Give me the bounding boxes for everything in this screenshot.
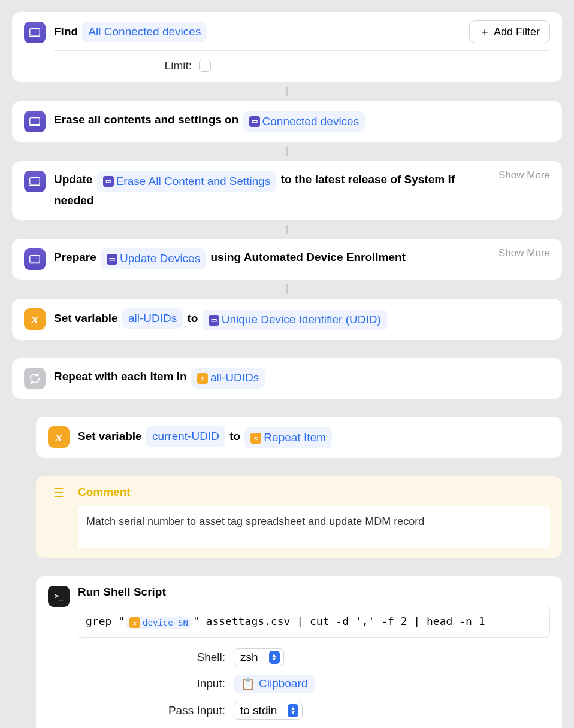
- shell-label: Shell:: [78, 651, 234, 664]
- action-erase[interactable]: Erase all contents and settings on ▭ Con…: [12, 101, 562, 142]
- device-icon: [28, 253, 41, 266]
- mini-variable-icon: x: [129, 617, 140, 628]
- input-token[interactable]: 📋 Clipboard: [234, 675, 315, 693]
- update-suffix1: to the latest release of: [281, 173, 401, 186]
- variable-icon: x: [48, 426, 70, 448]
- setvar-value[interactable]: x Repeat Item: [244, 427, 332, 448]
- limit-checkbox[interactable]: [199, 60, 211, 72]
- repeat-icon: [24, 368, 46, 389]
- update-verb: Update: [54, 173, 92, 186]
- action-prepare[interactable]: Prepare ▭ Update Devices using Automated…: [12, 239, 562, 280]
- variable-icon: x: [24, 308, 46, 330]
- plus-icon: ＋: [479, 25, 490, 39]
- shell-script-input[interactable]: grep "xdevice-SN" assettags.csv | cut -d…: [78, 606, 550, 638]
- svg-rect-2: [30, 118, 40, 125]
- add-filter-button[interactable]: ＋ Add Filter: [469, 20, 550, 43]
- script-token[interactable]: xdevice-SN: [126, 617, 192, 629]
- action-set-variable-all-udids[interactable]: x Set variable all-UDIDs to ▭ Unique Dev…: [12, 299, 562, 340]
- mini-variable-icon: x: [250, 433, 261, 444]
- shell-select[interactable]: zsh ▲▼: [234, 648, 284, 666]
- device-icon: [28, 115, 41, 128]
- configurator-icon: [24, 22, 46, 43]
- device-icon: [28, 175, 41, 188]
- setvar-name[interactable]: all-UDIDs: [122, 308, 183, 329]
- show-more-button[interactable]: Show More: [499, 169, 550, 181]
- action-find[interactable]: Find All Connected devices Limit: ＋ Add …: [12, 12, 562, 82]
- connector: [286, 147, 288, 156]
- device-icon: [28, 26, 41, 39]
- show-more-button[interactable]: Show More: [499, 247, 550, 259]
- erase-token[interactable]: ▭ Connected devices: [243, 111, 365, 132]
- stepper-icon: ▲▼: [288, 704, 298, 717]
- mini-device-icon: ▭: [103, 176, 114, 187]
- update-token[interactable]: ▭ Erase All Content and Settings: [97, 171, 277, 192]
- svg-rect-4: [30, 178, 40, 184]
- svg-rect-6: [30, 255, 40, 262]
- erase-prefix: Erase all contents and settings on: [54, 113, 238, 126]
- pass-input-label: Pass Input:: [78, 704, 234, 717]
- setvar-value[interactable]: ▭ Unique Device Identifier (UDID): [203, 310, 387, 330]
- repeat-prefix: Repeat with each item in: [54, 370, 187, 383]
- action-repeat[interactable]: Repeat with each item in x all-UDIDs: [12, 358, 562, 399]
- svg-rect-5: [29, 185, 40, 186]
- setvar-to: to: [229, 430, 240, 442]
- shell-title: Run Shell Script: [78, 586, 550, 599]
- pass-input-value: to stdin: [240, 704, 277, 717]
- separator: [54, 50, 550, 51]
- script-suffix: " assettags.csv | cut -d ',' -f 2 | head…: [193, 615, 485, 627]
- action-run-shell-script[interactable]: >_ Run Shell Script grep "xdevice-SN" as…: [36, 576, 562, 728]
- stepper-icon: ▲▼: [269, 651, 280, 664]
- script-prefix: grep ": [86, 615, 125, 627]
- configurator-icon: [24, 111, 46, 132]
- configurator-icon: [24, 248, 46, 270]
- repeat-token[interactable]: x all-UDIDs: [191, 368, 265, 388]
- svg-rect-1: [29, 36, 40, 37]
- prepare-token[interactable]: ▭ Update Devices: [101, 248, 206, 269]
- svg-rect-3: [29, 125, 40, 126]
- mini-variable-icon: x: [197, 373, 208, 384]
- connector: [286, 225, 288, 234]
- find-token[interactable]: All Connected devices: [82, 22, 207, 42]
- prepare-suffix: using Automated Device Enrollment: [210, 251, 406, 263]
- svg-rect-7: [29, 262, 40, 263]
- configurator-icon: [24, 171, 46, 192]
- comment-icon: ☰: [48, 486, 70, 500]
- setvar-name[interactable]: current-UDID: [146, 426, 225, 447]
- action-set-variable-current-udid[interactable]: x Set variable current-UDID to x Repeat …: [36, 417, 562, 458]
- limit-label: Limit:: [144, 59, 192, 72]
- find-verb: Find: [54, 25, 78, 38]
- add-filter-label: Add Filter: [494, 26, 540, 38]
- connector: [286, 284, 288, 294]
- clipboard-icon: 📋: [241, 677, 255, 691]
- comment-text[interactable]: Match serial number to asset tag spreads…: [78, 506, 550, 548]
- setvar-to: to: [188, 312, 198, 324]
- mini-device-icon: ▭: [249, 116, 260, 127]
- mini-device-icon: ▭: [209, 315, 219, 326]
- input-label: Input:: [78, 677, 234, 690]
- mini-device-icon: ▭: [107, 254, 117, 265]
- comment-label: Comment: [78, 486, 550, 499]
- terminal-icon: >_: [48, 586, 70, 607]
- action-comment[interactable]: ☰ Comment Match serial number to asset t…: [36, 476, 562, 558]
- prepare-verb: Prepare: [54, 251, 96, 263]
- limit-row: Limit:: [144, 59, 550, 72]
- setvar-prefix: Set variable: [54, 312, 118, 324]
- setvar-prefix: Set variable: [78, 430, 142, 442]
- connector: [286, 87, 288, 96]
- action-update[interactable]: Update ▭ Erase All Content and Settings …: [12, 161, 562, 219]
- pass-input-select[interactable]: to stdin ▲▼: [234, 702, 303, 720]
- refresh-icon: [28, 372, 41, 385]
- svg-rect-0: [30, 29, 40, 35]
- shell-value: zsh: [240, 651, 258, 664]
